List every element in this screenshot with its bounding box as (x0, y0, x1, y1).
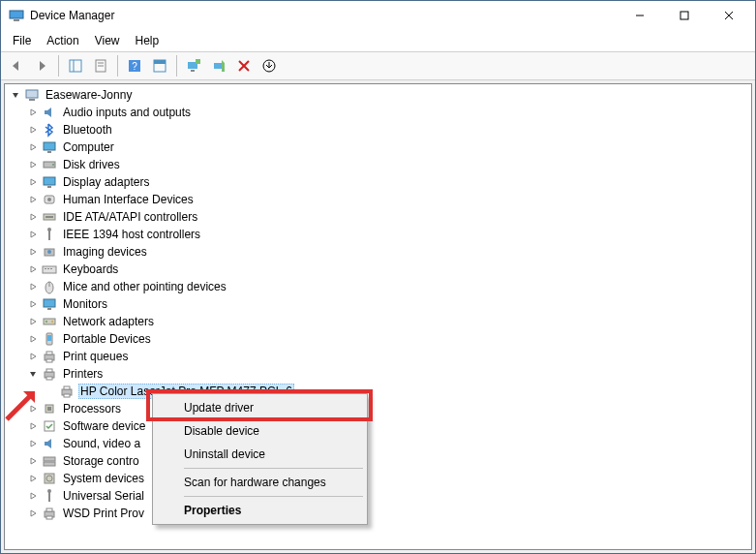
back-button[interactable] (5, 54, 28, 77)
monitor-icon (42, 296, 57, 312)
expand-arrow-icon[interactable] (26, 472, 40, 485)
tree-root[interactable]: Easeware-Jonny (5, 86, 751, 104)
help-button[interactable]: ? (123, 54, 146, 77)
tree-category-9[interactable]: Keyboards (5, 261, 751, 278)
svg-point-48 (45, 321, 47, 323)
toolbar: ? (1, 51, 755, 80)
tree-category-13[interactable]: Portable Devices (5, 330, 751, 348)
svg-rect-25 (44, 142, 55, 150)
tree-category-18[interactable]: Sound, video a (5, 435, 751, 452)
camera-icon (42, 244, 57, 260)
expand-arrow-icon[interactable] (26, 350, 40, 363)
expand-arrow-icon[interactable] (26, 228, 40, 241)
node-label: Universal Serial (61, 489, 146, 503)
svg-rect-34 (45, 216, 53, 218)
tree-category-2[interactable]: Computer (5, 138, 751, 156)
expand-arrow-icon[interactable] (26, 262, 40, 276)
tree-category-5[interactable]: Human Interface Devices (5, 191, 751, 208)
tree-category-14[interactable]: Print queues (5, 348, 751, 365)
tree-category-15[interactable]: Printers (5, 365, 751, 383)
tree-category-17[interactable]: Software device (5, 417, 751, 435)
node-label: WSD Print Prov (61, 507, 146, 520)
menu-view[interactable]: View (87, 32, 128, 49)
disable-button[interactable] (257, 54, 281, 77)
close-button[interactable] (707, 2, 751, 29)
expand-arrow-icon[interactable] (26, 158, 40, 171)
node-label: Processors (61, 402, 123, 416)
bluetooth-icon (42, 122, 57, 138)
update-driver-button[interactable] (182, 54, 205, 77)
expand-arrow-icon[interactable] (26, 454, 40, 468)
tree-device-15-0[interactable]: HP Color LaserJet Pro MFP M477 PCL-6 (5, 383, 751, 400)
scan-button[interactable] (207, 54, 230, 77)
tree-category-6[interactable]: IDE ATA/ATAPI controllers (5, 208, 751, 226)
svg-rect-59 (64, 386, 70, 389)
maximize-button[interactable] (662, 2, 707, 29)
svg-rect-3 (680, 12, 688, 19)
context-item-scan-for-hardware-changes[interactable]: Scan for hardware changes (155, 471, 365, 494)
tree-category-16[interactable]: Processors (5, 400, 751, 417)
svg-rect-36 (48, 231, 50, 240)
collapse-arrow-icon[interactable] (9, 88, 22, 102)
expand-arrow-icon[interactable] (26, 193, 40, 206)
tree-category-20[interactable]: System devices (5, 470, 751, 487)
minimize-button[interactable] (618, 2, 662, 29)
titlebar: Device Manager (1, 1, 755, 30)
context-item-uninstall-device[interactable]: Uninstall device (155, 443, 365, 466)
svg-rect-23 (26, 90, 38, 98)
tree-category-1[interactable]: Bluetooth (5, 121, 751, 138)
software-icon (42, 418, 57, 434)
portable-icon (42, 331, 57, 347)
menu-file[interactable]: File (5, 32, 39, 49)
expand-arrow-icon[interactable] (26, 245, 40, 259)
tree-category-3[interactable]: Disk drives (5, 156, 751, 173)
usb-icon (42, 227, 57, 242)
context-item-update-driver[interactable]: Update driver (155, 396, 365, 419)
expand-arrow-icon[interactable] (26, 140, 40, 154)
expand-arrow-icon[interactable] (26, 507, 40, 520)
tree-category-8[interactable]: Imaging devices (5, 243, 751, 261)
printer-icon (42, 349, 57, 364)
action-button[interactable] (148, 54, 171, 77)
tree-category-0[interactable]: Audio inputs and outputs (5, 104, 751, 121)
expand-arrow-icon[interactable] (26, 297, 40, 311)
expand-arrow-icon[interactable] (26, 332, 40, 346)
node-label: Software device (61, 419, 147, 433)
tree-category-19[interactable]: Storage contro (5, 452, 751, 470)
monitor-icon (42, 139, 57, 155)
svg-rect-1 (14, 19, 19, 21)
menu-help[interactable]: Help (128, 32, 167, 49)
expand-arrow-icon[interactable] (26, 123, 40, 137)
expand-arrow-icon[interactable] (26, 315, 40, 328)
expand-arrow-icon[interactable] (26, 106, 40, 119)
menu-action[interactable]: Action (39, 32, 86, 49)
context-item-properties[interactable]: Properties (155, 499, 365, 522)
expand-arrow-icon[interactable] (26, 437, 40, 450)
tree-category-11[interactable]: Monitors (5, 295, 751, 313)
expand-arrow-icon[interactable] (26, 210, 40, 224)
show-hide-tree-button[interactable] (64, 54, 87, 77)
uninstall-button[interactable] (232, 54, 256, 77)
expand-arrow-icon[interactable] (26, 175, 40, 189)
expand-arrow-icon (44, 385, 57, 398)
expand-arrow-icon[interactable] (26, 280, 40, 293)
device-tree[interactable]: Easeware-JonnyAudio inputs and outputsBl… (4, 83, 752, 550)
svg-rect-53 (46, 352, 52, 354)
forward-button[interactable] (30, 54, 53, 77)
svg-rect-29 (44, 177, 55, 185)
tree-category-22[interactable]: WSD Print Prov (5, 505, 751, 522)
expand-arrow-icon[interactable] (26, 489, 40, 503)
tree-category-21[interactable]: Universal Serial (5, 487, 751, 505)
svg-rect-6 (70, 60, 81, 72)
collapse-arrow-icon[interactable] (26, 367, 40, 381)
context-item-disable-device[interactable]: Disable device (155, 419, 365, 443)
tree-category-10[interactable]: Mice and other pointing devices (5, 278, 751, 295)
tree-category-12[interactable]: Network adapters (5, 313, 751, 330)
svg-rect-72 (46, 516, 52, 519)
svg-rect-45 (44, 299, 55, 307)
node-label: Storage contro (61, 454, 141, 468)
tree-category-7[interactable]: IEEE 1394 host controllers (5, 226, 751, 243)
properties-button[interactable] (89, 54, 112, 77)
node-label: Mice and other pointing devices (61, 280, 228, 293)
tree-category-4[interactable]: Display adapters (5, 173, 751, 191)
